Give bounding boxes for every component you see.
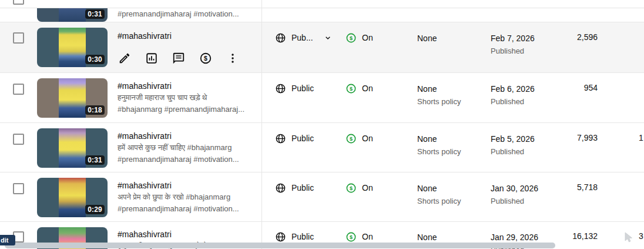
duration-badge: 0:31 bbox=[85, 9, 105, 19]
dollar-circle-icon: $ bbox=[346, 182, 357, 194]
restrictions-sub: Shorts policy bbox=[417, 96, 461, 108]
video-description: #premanandjimaharaj #motivation... bbox=[118, 203, 257, 215]
mouse-cursor-icon bbox=[624, 232, 633, 244]
monetization-status: On bbox=[362, 82, 373, 94]
video-title[interactable]: #mahashivratri bbox=[118, 30, 257, 42]
svg-text:$: $ bbox=[350, 85, 353, 91]
monetization-button[interactable]: $ bbox=[199, 52, 212, 65]
video-description: #premanandjimaharaj #motivation... bbox=[118, 154, 257, 165]
row-checkbox[interactable] bbox=[13, 32, 24, 44]
duration-badge: 0:31 bbox=[85, 155, 105, 165]
duration-badge: 0:29 bbox=[85, 205, 105, 214]
table-row[interactable]: 0:31 #premanandjimaharaj #motivation... bbox=[0, 8, 644, 22]
table-row bbox=[0, 0, 644, 8]
monetization-status: On bbox=[362, 231, 373, 243]
table-row[interactable]: 0:30 #mahashivratri $ Pub... $ On bbox=[0, 22, 644, 73]
video-description: #premanandjimaharaj #motivation... bbox=[118, 8, 257, 20]
column-divider bbox=[261, 0, 262, 249]
video-thumbnail[interactable]: 0:31 bbox=[37, 8, 108, 22]
more-options-button[interactable] bbox=[226, 52, 239, 65]
video-thumbnail[interactable]: 0:29 bbox=[37, 178, 108, 217]
studio-content-table: 0:31 #premanandjimaharaj #motivation... … bbox=[0, 0, 644, 249]
video-description: अपने प्रेम को छुपा के रखो #bhajanmarg bbox=[118, 191, 257, 203]
video-thumbnail[interactable]: 0:18 bbox=[37, 78, 108, 118]
video-thumbnail[interactable]: 0:31 bbox=[37, 128, 108, 168]
dollar-circle-icon: $ bbox=[346, 133, 357, 144]
comments-button[interactable] bbox=[172, 52, 185, 65]
pencil-icon bbox=[120, 54, 130, 64]
monetization-status: On bbox=[362, 32, 373, 44]
horizontal-scrollbar[interactable] bbox=[5, 243, 555, 248]
video-title[interactable]: #mahashivratri bbox=[118, 180, 257, 191]
clipped-next-column-value: 1 bbox=[639, 133, 644, 142]
restrictions-value: None bbox=[417, 133, 461, 145]
restrictions-value: None bbox=[417, 32, 437, 44]
svg-text:$: $ bbox=[204, 55, 207, 62]
restrictions-value: None bbox=[417, 182, 461, 194]
duration-badge: 0:30 bbox=[85, 55, 105, 64]
edit-details-button[interactable] bbox=[118, 52, 131, 65]
row-checkbox[interactable] bbox=[13, 134, 24, 145]
visibility-label: Public bbox=[291, 82, 314, 94]
dollar-circle-icon: $ bbox=[346, 231, 357, 243]
views-count: 2,596 bbox=[532, 32, 598, 42]
views-count: 5,718 bbox=[532, 182, 598, 192]
comment-bubble-icon bbox=[172, 52, 185, 65]
chevron-down-icon bbox=[323, 33, 333, 42]
visibility-label: Public bbox=[291, 182, 314, 194]
date-sub: Published bbox=[491, 96, 535, 108]
video-title[interactable]: #mahashivratri bbox=[118, 130, 257, 142]
dollar-circle-icon: $ bbox=[199, 52, 212, 65]
duration-badge: 0:18 bbox=[85, 105, 105, 115]
video-description: #bhajanmarg #premanandjimaharaj... bbox=[118, 104, 257, 115]
thumbnail-art bbox=[59, 78, 86, 118]
svg-text:$: $ bbox=[350, 234, 353, 240]
clipped-next-column-value: 3 bbox=[639, 231, 644, 241]
table-row[interactable]: 0:29 #mahashivratri अपने प्रेम को छुपा क… bbox=[0, 172, 644, 222]
thumbnail-art bbox=[59, 28, 86, 67]
video-thumbnail[interactable]: 0:30 bbox=[37, 28, 108, 67]
analytics-button[interactable] bbox=[145, 52, 158, 65]
video-title[interactable]: #mahashivratri bbox=[118, 80, 257, 92]
restrictions-sub: Shorts policy bbox=[417, 195, 461, 207]
date-sub: Published bbox=[491, 45, 535, 57]
globe-icon bbox=[275, 231, 286, 243]
svg-text:$: $ bbox=[350, 35, 353, 41]
edit-tooltip: dit bbox=[0, 235, 15, 245]
date-value: Jan 29, 2026 bbox=[491, 231, 538, 243]
dollar-circle-icon: $ bbox=[346, 83, 357, 94]
thumbnail-art bbox=[59, 178, 86, 217]
globe-icon bbox=[275, 133, 286, 144]
kebab-menu-icon bbox=[226, 52, 239, 65]
globe-icon bbox=[275, 83, 286, 94]
views-count: 7,993 bbox=[532, 133, 598, 142]
video-title[interactable]: #mahashivratri bbox=[118, 228, 257, 240]
table-row[interactable]: 0:18 #mahashivratri हनुमानजी महाराज चुप … bbox=[0, 73, 644, 123]
svg-text:$: $ bbox=[350, 135, 353, 141]
views-count: 954 bbox=[532, 83, 598, 92]
globe-icon bbox=[275, 182, 286, 194]
video-description: हमें आपसे कुछ नहीं चाहिए #bhajanmarg bbox=[118, 142, 257, 154]
date-sub: Published bbox=[491, 195, 538, 207]
table-row[interactable]: 0:31 #mahashivratri हमें आपसे कुछ नहीं च… bbox=[0, 123, 644, 172]
row-checkbox[interactable] bbox=[13, 183, 24, 194]
row-checkbox[interactable] bbox=[13, 84, 24, 95]
date-value: Feb 6, 2026 bbox=[491, 83, 535, 95]
visibility-label: Public bbox=[291, 132, 314, 144]
thumbnail-art bbox=[59, 128, 86, 168]
date-value: Jan 30, 2026 bbox=[491, 182, 538, 194]
thumbnail-art bbox=[59, 8, 86, 22]
restrictions-sub: Shorts policy bbox=[417, 146, 461, 158]
video-description: हनुमानजी महाराज चुप चाप खड़े थे bbox=[118, 92, 257, 104]
monetization-status: On bbox=[362, 132, 373, 144]
row-checkbox[interactable] bbox=[13, 0, 24, 5]
visibility-label: Public bbox=[291, 231, 314, 243]
views-count: 16,132 bbox=[532, 231, 598, 241]
visibility-dropdown[interactable]: Pub... bbox=[275, 32, 333, 44]
svg-text:$: $ bbox=[350, 185, 353, 191]
monetization-status: On bbox=[362, 182, 373, 194]
date-sub: Published bbox=[491, 146, 535, 158]
date-value: Feb 5, 2026 bbox=[491, 133, 535, 145]
dollar-circle-icon: $ bbox=[346, 32, 357, 44]
restrictions-value: None bbox=[417, 231, 437, 243]
